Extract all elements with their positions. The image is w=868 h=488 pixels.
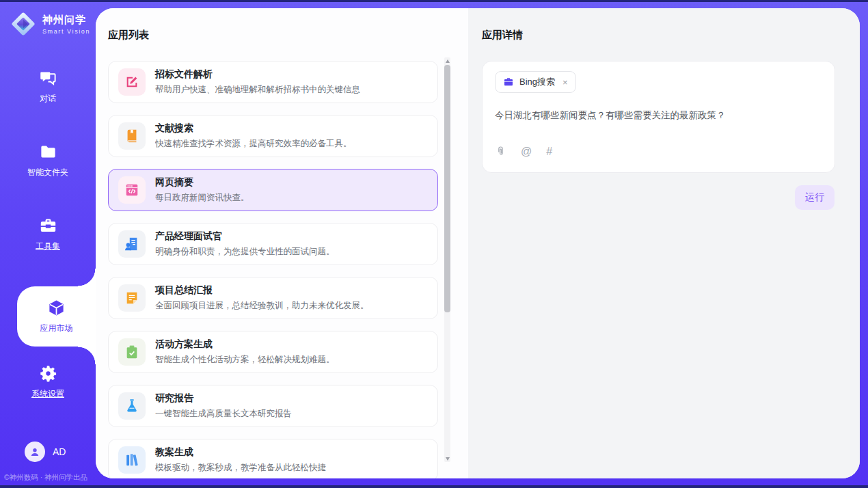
app-card-text: 研究报告一键智能生成高质量长文本研究报告: [155, 392, 292, 420]
app-card-description: 全面回顾项目进展，总结经验教训，助力未来优化发展。: [155, 300, 369, 312]
app-card-text: 文献搜索快速精准查找学术资源，提高研究效率的必备工具。: [155, 122, 352, 150]
sidebar-item-0[interactable]: 对话: [0, 65, 96, 109]
tool-tag-bing-search[interactable]: Bing搜索 ×: [495, 71, 576, 93]
app-card-description: 一键智能生成高质量长文本研究报告: [155, 408, 292, 420]
sidebar-item-1[interactable]: 智能文件夹: [0, 139, 96, 182]
app-card-3[interactable]: 产品经理面试官明确身份和职责，为您提供专业性的面试问题。: [108, 223, 438, 265]
tool-tag-label: Bing搜索: [519, 76, 555, 88]
app-detail-panel: 应用详情 Bing搜索 × 今日湖北有哪些新闻要点？有哪些需要关注的最新政策？ …: [468, 8, 860, 478]
chat-icon: [39, 69, 57, 87]
note-icon: [118, 284, 146, 312]
app-card-description: 模板驱动，教案秒成，教学准备从此轻松快捷: [155, 462, 326, 474]
user-name: AD: [53, 446, 66, 457]
sidebar-item-label: 系统设置: [31, 388, 64, 400]
app-list-title: 应用列表: [108, 29, 438, 42]
book-icon: [118, 122, 146, 150]
copyright-text: ©神州数码 · 神州问学出品: [0, 473, 96, 485]
app-card-7[interactable]: 教案生成模板驱动，教案秒成，教学准备从此轻松快捷: [108, 439, 438, 478]
toolbox-icon: [39, 217, 57, 235]
app-list-panel: 应用列表 招标文件解析帮助用户快速、准确地理解和解析招标书中的关键信息文献搜索快…: [96, 8, 468, 478]
app-card-5[interactable]: 活动方案生成智能生成个性化活动方案，轻松解决规划难题。: [108, 331, 438, 373]
app-card-text: 产品经理面试官明确身份和职责，为您提供专业性的面试问题。: [155, 230, 335, 258]
sidebar: 神州问学 Smart Vision 对话智能文件夹工具集应用市场系统设置 AD …: [0, 2, 96, 485]
query-text[interactable]: 今日湖北有哪些新闻要点？有哪些需要关注的最新政策？: [495, 109, 822, 122]
scroll-down-icon: [446, 457, 450, 461]
app-card-description: 快速精准查找学术资源，提高研究效率的必备工具。: [155, 138, 352, 150]
cube-icon: [47, 299, 66, 317]
app-card-0[interactable]: 招标文件解析帮助用户快速、准确地理解和解析招标书中的关键信息: [108, 61, 438, 103]
app-card-title: 教案生成: [155, 446, 326, 459]
close-icon[interactable]: ×: [562, 77, 568, 87]
folder-icon: [39, 143, 57, 161]
sidebar-bottom: AD ©神州数码 · 神州问学出品: [0, 442, 96, 485]
hash-icon[interactable]: #: [546, 146, 552, 157]
app-card-text: 招标文件解析帮助用户快速、准确地理解和解析招标书中的关键信息: [155, 68, 360, 96]
app-card-title: 项目总结汇报: [155, 284, 369, 297]
app-card-text: 活动方案生成智能生成个性化活动方案，轻松解决规划难题。: [155, 338, 335, 366]
app-card-description: 智能生成个性化活动方案，轻松解决规划难题。: [155, 354, 335, 366]
at-icon[interactable]: @: [521, 146, 532, 157]
app-window: 神州问学 Smart Vision 对话智能文件夹工具集应用市场系统设置 AD …: [0, 0, 868, 488]
app-detail-title: 应用详情: [482, 29, 835, 42]
logo-text: 神州问学 Smart Vision: [42, 14, 90, 35]
briefcase-icon: [503, 77, 514, 87]
app-card-4[interactable]: 项目总结汇报全面回顾项目进展，总结经验教训，助力未来优化发展。: [108, 277, 438, 319]
sidebar-item-label: 工具集: [36, 241, 60, 252]
flask-icon: [118, 392, 146, 420]
user-avatar-icon: [25, 442, 45, 462]
logo-subtitle: Smart Vision: [42, 28, 90, 35]
app-card-text: 网页摘要每日政府新闻资讯快查。: [155, 176, 249, 204]
scroll-up-button[interactable]: [444, 57, 450, 64]
attachment-toolbar: @#: [495, 146, 822, 157]
app-card-description: 帮助用户快速、准确地理解和解析招标书中的关键信息: [155, 84, 360, 96]
paperclip-icon[interactable]: [495, 146, 506, 157]
app-card-text: 教案生成模板驱动，教案秒成，教学准备从此轻松快捷: [155, 446, 326, 474]
sidebar-nav: 对话智能文件夹工具集应用市场系统设置: [0, 65, 96, 434]
logo-title: 神州问学: [42, 14, 90, 27]
interview-doc-icon: [118, 230, 146, 258]
scrollbar[interactable]: [444, 57, 450, 462]
app-card-description: 每日政府新闻资讯快查。: [155, 192, 249, 204]
sidebar-item-label: 对话: [40, 93, 56, 105]
app-card-title: 产品经理面试官: [155, 230, 335, 243]
sidebar-item-4[interactable]: 系统设置: [0, 360, 96, 404]
app-card-description: 明确身份和职责，为您提供专业性的面试问题。: [155, 246, 335, 258]
app-card-6[interactable]: 研究报告一键智能生成高质量长文本研究报告: [108, 385, 438, 427]
prompt-card: Bing搜索 × 今日湖北有哪些新闻要点？有哪些需要关注的最新政策？ @#: [482, 61, 835, 173]
app-card-2[interactable]: 网页摘要每日政府新闻资讯快查。: [108, 169, 438, 211]
app-card-list: 招标文件解析帮助用户快速、准确地理解和解析招标书中的关键信息文献搜索快速精准查找…: [108, 61, 438, 478]
clipboard-check-icon: [118, 338, 146, 366]
scroll-up-icon: [446, 59, 450, 63]
content-area: 应用列表 招标文件解析帮助用户快速、准确地理解和解析招标书中的关键信息文献搜索快…: [96, 8, 860, 478]
scroll-down-button[interactable]: [444, 455, 450, 462]
app-card-1[interactable]: 文献搜索快速精准查找学术资源，提高研究效率的必备工具。: [108, 115, 438, 157]
browser-code-icon: [118, 176, 146, 204]
diamond-logo-icon: [10, 10, 37, 38]
app-card-text: 项目总结汇报全面回顾项目进展，总结经验教训，助力未来优化发展。: [155, 284, 369, 312]
sidebar-item-label: 智能文件夹: [27, 167, 68, 178]
app-logo: 神州问学 Smart Vision: [0, 2, 96, 38]
gear-icon: [39, 364, 57, 383]
edit-icon: [118, 68, 146, 96]
sidebar-item-2[interactable]: 工具集: [0, 213, 96, 256]
sidebar-item-label: 应用市场: [40, 323, 73, 334]
user-account[interactable]: AD: [25, 442, 96, 462]
app-card-title: 活动方案生成: [155, 338, 335, 351]
app-card-title: 研究报告: [155, 392, 292, 405]
app-card-title: 文献搜索: [155, 122, 352, 135]
app-card-title: 网页摘要: [155, 176, 249, 189]
run-button[interactable]: 运行: [795, 185, 835, 210]
app-card-title: 招标文件解析: [155, 68, 360, 81]
sidebar-item-3[interactable]: 应用市场: [17, 286, 96, 347]
scrollbar-thumb[interactable]: [444, 65, 450, 312]
books-icon: [118, 446, 146, 474]
